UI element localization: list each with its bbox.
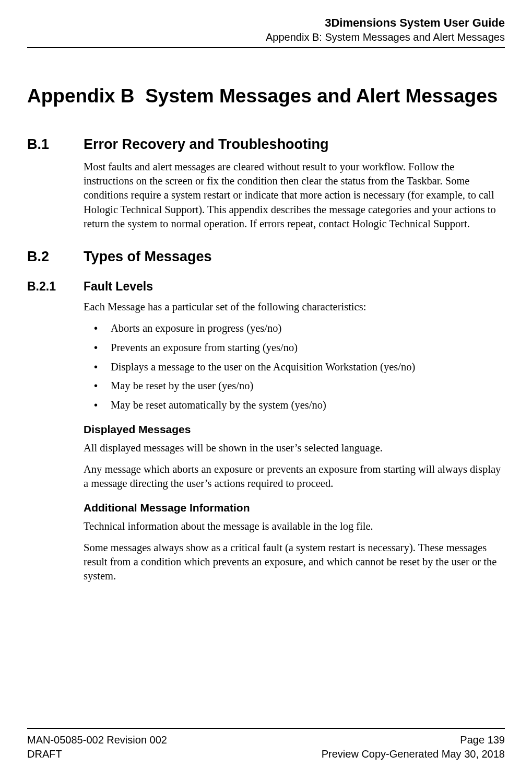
list-item: Prevents an exposure from starting (yes/… — [84, 341, 505, 355]
footer-page-number: Page 139 — [460, 733, 505, 747]
footer-generated-date: Preview Copy-Generated May 30, 2018 — [322, 747, 505, 761]
list-item: Aborts an exposure in progress (yes/no) — [84, 321, 505, 336]
paragraph: All displayed messages will be shown in … — [84, 441, 505, 455]
running-header: 3Dimensions System User Guide Appendix B… — [27, 16, 505, 44]
section-number: B.1 — [27, 136, 84, 153]
subsection-title: Fault Levels — [84, 280, 505, 294]
content-area: Appendix B System Messages and Alert Mes… — [27, 48, 505, 584]
paragraph: Some messages always show as a critical … — [84, 541, 505, 584]
section-title: Types of Messages — [84, 249, 505, 265]
paragraph: Most faults and alert messages are clear… — [84, 160, 505, 231]
inner-heading-additional: Additional Message Information — [84, 502, 505, 514]
subsection-number: B.2.1 — [27, 280, 84, 294]
footer-row-2: DRAFT Preview Copy-Generated May 30, 201… — [27, 747, 505, 761]
list-item: May be reset by the user (yes/no) — [84, 379, 505, 393]
doc-title: 3Dimensions System User Guide — [27, 16, 505, 30]
footer-doc-id: MAN-05085-002 Revision 002 — [27, 733, 167, 747]
section-b2: B.2 Types of Messages B.2.1 Fault Levels… — [27, 249, 505, 583]
section-number: B.2 — [27, 249, 84, 265]
list-item: May be reset automatically by the system… — [84, 398, 505, 413]
appendix-title-text: System Messages and Alert Messages — [145, 85, 498, 107]
footer-divider — [27, 728, 505, 729]
bullet-list: Aborts an exposure in progress (yes/no) … — [84, 321, 505, 412]
section-heading-b2: B.2 Types of Messages — [27, 249, 505, 265]
footer-draft-label: DRAFT — [27, 747, 62, 761]
section-b1: B.1 Error Recovery and Troubleshooting M… — [27, 136, 505, 231]
appendix-label: Appendix B — [27, 85, 135, 107]
page: 3Dimensions System User Guide Appendix B… — [0, 0, 532, 779]
inner-heading-displayed: Displayed Messages — [84, 423, 505, 436]
doc-subtitle: Appendix B: System Messages and Alert Me… — [27, 30, 505, 44]
list-item: Displays a message to the user on the Ac… — [84, 360, 505, 375]
section-title: Error Recovery and Troubleshooting — [84, 136, 505, 153]
paragraph: Each Message has a particular set of the… — [84, 300, 505, 314]
footer-row-1: MAN-05085-002 Revision 002 Page 139 — [27, 733, 505, 747]
section-heading-b1: B.1 Error Recovery and Troubleshooting — [27, 136, 505, 153]
paragraph: Technical information about the message … — [84, 519, 505, 533]
paragraph: Any message which aborts an exposure or … — [84, 462, 505, 491]
page-footer: MAN-05085-002 Revision 002 Page 139 DRAF… — [27, 728, 505, 761]
subsection-heading-b21: B.2.1 Fault Levels — [27, 280, 505, 294]
appendix-heading: Appendix B System Messages and Alert Mes… — [27, 85, 505, 108]
